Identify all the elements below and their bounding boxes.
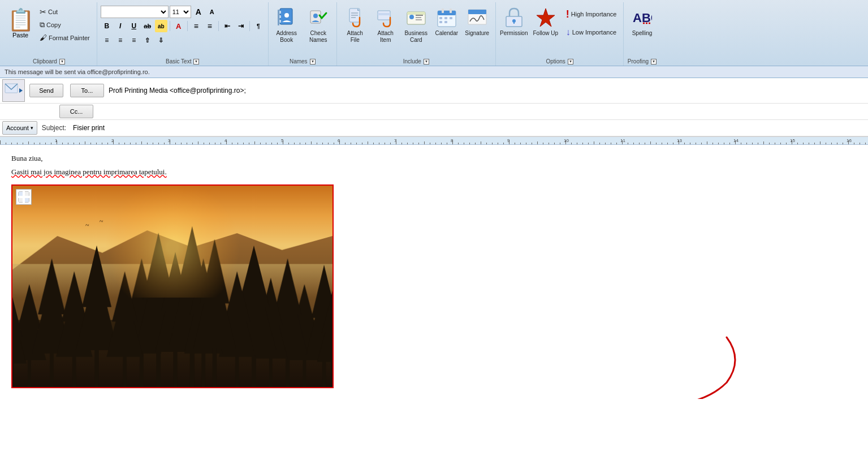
body-line2: Gasiti mai jos imaginea pentru imprimare…: [11, 168, 857, 177]
divider2: [187, 21, 188, 31]
divider4: [249, 21, 250, 31]
image-wrapper: [11, 184, 334, 390]
ruler-canvas: [0, 137, 868, 145]
signature-button[interactable]: Signature: [463, 3, 492, 44]
permission-button[interactable]: Permission: [499, 3, 529, 44]
align-left-button[interactable]: ≡: [101, 34, 113, 46]
send-button[interactable]: Send: [29, 84, 63, 97]
increase-font-button[interactable]: A: [192, 6, 205, 18]
cc-row: Cc...: [0, 104, 868, 120]
proofing-expand[interactable]: ▾: [651, 59, 657, 65]
svg-marker-35: [537, 8, 555, 27]
clipboard-expand[interactable]: ▾: [59, 59, 65, 65]
low-importance-button[interactable]: ↓ Low Importance: [563, 24, 620, 41]
calendar-icon: [435, 6, 458, 29]
business-card-button[interactable]: Business Card: [401, 3, 431, 45]
svg-rect-34: [513, 21, 515, 24]
svg-rect-17: [416, 15, 423, 16]
to-input[interactable]: [106, 84, 868, 97]
highlight-button[interactable]: ab: [155, 20, 167, 32]
app-window: 📋 Paste ✂ Cut ⧉ Copy: [0, 0, 868, 468]
cc-input[interactable]: [96, 105, 868, 118]
attach-item-button[interactable]: Attach Item: [371, 3, 400, 45]
svg-rect-18: [416, 17, 421, 18]
decrease-font-button[interactable]: A: [206, 6, 218, 18]
names-group: Address Book Check Names: [269, 2, 337, 66]
numbering-button[interactable]: ≡: [204, 20, 216, 32]
bold-button[interactable]: B: [101, 20, 113, 32]
increase-spacing-button[interactable]: ⇩: [155, 34, 167, 46]
account-subject-row: Account ▾ Subject:: [0, 120, 868, 136]
svg-point-7: [313, 14, 318, 18]
cc-button[interactable]: Cc...: [59, 105, 93, 118]
subject-label: Subject:: [40, 124, 71, 132]
svg-rect-26: [444, 17, 447, 19]
decrease-spacing-button[interactable]: ⇧: [141, 34, 154, 46]
svg-rect-22: [438, 11, 456, 15]
svg-rect-25: [439, 17, 442, 19]
svg-rect-23: [442, 8, 444, 13]
attach-file-icon: [344, 6, 366, 29]
cut-button[interactable]: ✂ Cut: [36, 6, 93, 18]
ribbon: 📋 Paste ✂ Cut ⧉ Copy: [0, 0, 868, 66]
strikethrough-button[interactable]: ab: [141, 20, 154, 32]
svg-rect-40: [19, 192, 23, 196]
basic-text-expand[interactable]: ▾: [193, 59, 199, 65]
align-right-button[interactable]: ≡: [128, 34, 140, 46]
svg-marker-38: [19, 88, 23, 93]
divider: [170, 21, 170, 31]
spelling-icon: ABC: [631, 6, 653, 29]
send-icon: [5, 81, 23, 100]
calendar-button[interactable]: Calendar: [432, 3, 461, 44]
landscape-painting: [12, 186, 332, 387]
account-button[interactable]: Account ▾: [2, 121, 37, 135]
clipboard-small-buttons: ✂ Cut ⧉ Copy 🖌 Format Painter: [36, 3, 93, 44]
svg-rect-28: [439, 21, 442, 23]
italic-button[interactable]: I: [114, 20, 127, 32]
styles-button[interactable]: ¶: [252, 20, 265, 32]
format-painter-button[interactable]: 🖌 Format Painter: [36, 32, 93, 44]
font-color-button[interactable]: A: [172, 20, 185, 32]
to-button[interactable]: To...: [70, 84, 104, 97]
underline-button[interactable]: U: [128, 20, 140, 32]
options-expand[interactable]: ▾: [568, 59, 573, 65]
align-center-button[interactable]: ≡: [114, 34, 127, 46]
address-book-button[interactable]: Address Book: [272, 3, 301, 45]
follow-up-button[interactable]: Follow Up: [531, 3, 560, 44]
copy-button[interactable]: ⧉ Copy: [36, 19, 93, 31]
attach-item-icon: [374, 6, 397, 29]
font-size-select[interactable]: 11: [170, 6, 191, 18]
attached-image[interactable]: [11, 184, 334, 388]
subject-input[interactable]: [71, 121, 868, 135]
check-names-button[interactable]: Check Names: [304, 3, 333, 45]
account-dropdown-arrow: ▾: [31, 125, 33, 131]
svg-rect-5: [278, 10, 279, 25]
spelling-button[interactable]: ABC Spelling: [627, 3, 657, 44]
svg-rect-24: [450, 8, 452, 13]
decrease-indent-button[interactable]: ⇤: [221, 20, 234, 32]
follow-up-icon: [534, 6, 557, 29]
paste-button[interactable]: 📋 Paste: [5, 3, 36, 44]
email-body-area[interactable]: Buna ziua, Gasiti mai jos imaginea pentr…: [0, 145, 868, 468]
svg-point-16: [409, 15, 414, 19]
clipboard-buttons: 📋 Paste ✂ Cut ⧉ Copy: [5, 3, 93, 44]
high-importance-button[interactable]: ! High Importance: [563, 6, 620, 23]
svg-rect-14: [378, 13, 390, 15]
clipboard-group: 📋 Paste ✂ Cut ⧉ Copy: [1, 2, 97, 66]
increase-indent-button[interactable]: ⇥: [235, 20, 247, 32]
bullets-button[interactable]: ≡: [190, 20, 202, 32]
email-header: Send To... Cc... Account ▾ Subject:: [0, 78, 868, 137]
divider3: [218, 21, 219, 31]
svg-rect-27: [450, 17, 452, 19]
address-book-icon: [275, 6, 298, 29]
svg-rect-10: [351, 12, 358, 14]
font-family-select[interactable]: [101, 6, 169, 18]
svg-rect-41: [24, 192, 29, 196]
message-info-bar: This message will be sent via office@pro…: [0, 66, 868, 78]
names-expand[interactable]: ▾: [310, 59, 316, 65]
include-expand[interactable]: ▾: [424, 59, 429, 65]
image-resize-icon: [18, 191, 29, 203]
attach-file-button[interactable]: Attach File: [340, 3, 370, 45]
format-row-2: B I U ab ab A ≡ ≡ ⇤ ⇥ ¶: [101, 20, 265, 32]
options-group: Permission Follow Up ! High Im: [496, 2, 624, 66]
